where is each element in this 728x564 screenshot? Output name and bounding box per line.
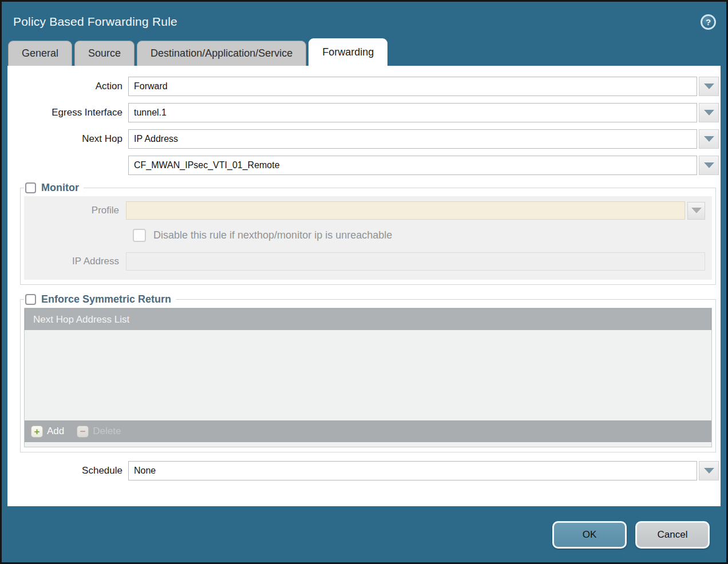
next-hop-address-select[interactable]: CF_MWAN_IPsec_VTI_01_Remote xyxy=(128,156,697,175)
add-button-label: Add xyxy=(47,426,64,437)
next-hop-address-list-body[interactable] xyxy=(25,330,711,420)
schedule-dropdown-button[interactable] xyxy=(699,461,719,480)
chevron-down-icon xyxy=(704,110,714,116)
chevron-down-icon xyxy=(704,468,714,474)
minus-icon: − xyxy=(77,426,89,438)
add-button[interactable]: + Add xyxy=(31,426,64,438)
monitor-legend: Monitor xyxy=(24,182,84,194)
profile-combo xyxy=(126,201,712,220)
egress-interface-combo: tunnel.1 xyxy=(128,103,719,122)
egress-interface-label: Egress Interface xyxy=(7,107,128,118)
enforce-symmetric-return-checkbox[interactable] xyxy=(25,294,36,305)
delete-button-label: Delete xyxy=(93,426,121,437)
plus-icon: + xyxy=(31,426,43,438)
tab-source[interactable]: Source xyxy=(74,41,134,66)
next-hop-address-list-header: Next Hop Address List xyxy=(25,308,711,330)
monitor-ip-address-label: IP Address xyxy=(24,256,126,267)
cancel-button[interactable]: Cancel xyxy=(635,521,710,549)
delete-button: − Delete xyxy=(77,426,121,438)
monitor-disabled-panel: Profile Disable this rule if nexthop/mon… xyxy=(24,196,712,280)
disable-rule-checkbox xyxy=(133,229,146,242)
forwarding-tab-panel: Action Forward Egress Interface tunnel.1… xyxy=(7,66,721,506)
profile-row: Profile xyxy=(24,201,712,220)
next-hop-address-combo: CF_MWAN_IPsec_VTI_01_Remote xyxy=(128,156,719,175)
schedule-select[interactable]: None xyxy=(128,461,697,480)
enforce-symmetric-return-legend: Enforce Symmetric Return xyxy=(24,293,176,305)
action-row: Action Forward xyxy=(7,77,721,96)
egress-interface-select[interactable]: tunnel.1 xyxy=(128,103,697,122)
profile-select xyxy=(126,201,685,220)
next-hop-address-list-table: Next Hop Address List + Add − Delete xyxy=(24,308,712,447)
chevron-down-icon xyxy=(691,208,702,213)
disable-rule-row: Disable this rule if nexthop/monitor ip … xyxy=(133,229,712,242)
action-select[interactable]: Forward xyxy=(128,77,697,96)
enforce-symmetric-return-fieldset: Enforce Symmetric Return Next Hop Addres… xyxy=(20,293,716,452)
tab-forwarding[interactable]: Forwarding xyxy=(308,38,387,66)
help-icon[interactable]: ? xyxy=(701,14,716,30)
monitor-checkbox[interactable] xyxy=(25,182,36,193)
next-hop-label: Next Hop xyxy=(7,133,128,145)
tab-bar: General Source Destination/Application/S… xyxy=(2,38,726,66)
policy-based-forwarding-dialog: Policy Based Forwarding Rule ? General S… xyxy=(0,0,728,564)
chevron-down-icon xyxy=(704,162,714,168)
tab-general[interactable]: General xyxy=(8,41,72,66)
next-hop-dropdown-button[interactable] xyxy=(699,129,719,149)
egress-interface-row: Egress Interface tunnel.1 xyxy=(7,103,721,122)
monitor-legend-label: Monitor xyxy=(41,182,79,194)
next-hop-address-row: CF_MWAN_IPsec_VTI_01_Remote xyxy=(7,156,721,175)
profile-dropdown-button xyxy=(687,202,705,220)
chevron-down-icon xyxy=(704,136,714,142)
monitor-ip-address-row: IP Address xyxy=(24,252,712,271)
action-combo: Forward xyxy=(128,77,719,96)
action-label: Action xyxy=(7,81,128,92)
monitor-ip-address-field xyxy=(126,252,705,271)
schedule-row: Schedule None xyxy=(7,461,721,480)
next-hop-type-select[interactable]: IP Address xyxy=(128,129,697,149)
action-dropdown-button[interactable] xyxy=(699,77,719,96)
schedule-combo: None xyxy=(128,461,719,480)
page-title: Policy Based Forwarding Rule xyxy=(13,15,177,29)
next-hop-address-dropdown-button[interactable] xyxy=(699,156,719,175)
profile-label: Profile xyxy=(24,205,126,216)
table-bottom-strip xyxy=(25,442,711,447)
chevron-down-icon xyxy=(704,84,714,89)
egress-interface-dropdown-button[interactable] xyxy=(699,103,719,122)
disable-rule-label: Disable this rule if nexthop/monitor ip … xyxy=(153,229,392,241)
next-hop-address-list-toolbar: + Add − Delete xyxy=(25,420,711,442)
titlebar: Policy Based Forwarding Rule ? xyxy=(2,2,726,38)
dialog-footer: OK Cancel xyxy=(2,507,726,562)
next-hop-row: Next Hop IP Address xyxy=(7,129,721,149)
enforce-symmetric-return-legend-label: Enforce Symmetric Return xyxy=(41,293,171,305)
ok-button[interactable]: OK xyxy=(552,521,627,549)
schedule-label: Schedule xyxy=(7,465,128,476)
next-hop-combo: IP Address xyxy=(128,129,719,149)
monitor-fieldset: Monitor Profile Disable this rule if nex… xyxy=(20,182,716,285)
tab-destination-application-service[interactable]: Destination/Application/Service xyxy=(137,41,306,66)
